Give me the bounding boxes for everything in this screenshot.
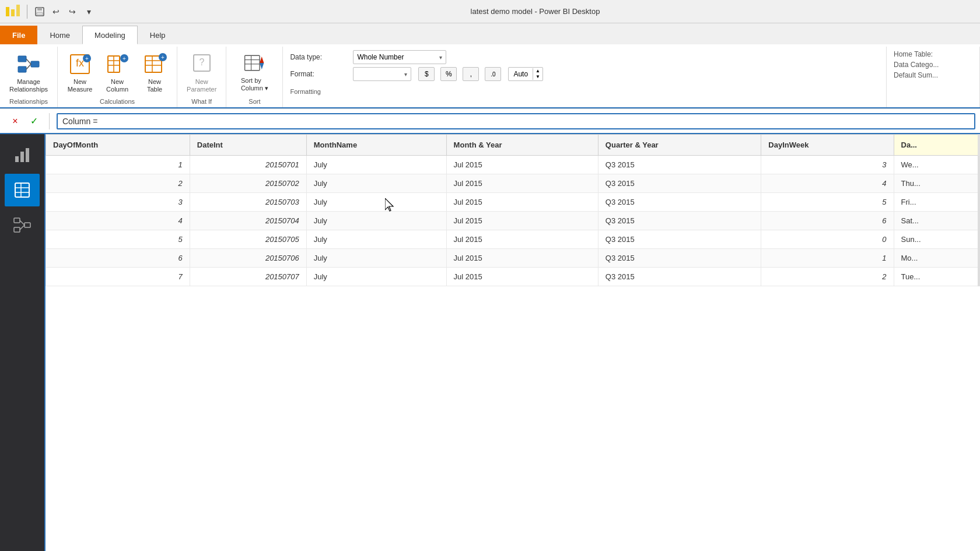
sidebar-item-data[interactable]	[5, 174, 40, 206]
ribbon: ManageRelationships Relationships fx + N…	[0, 44, 980, 108]
auto-decrement-button[interactable]: ▼	[533, 74, 542, 80]
svg-rect-7	[18, 66, 26, 72]
cell-dateint: 20150707	[190, 268, 306, 286]
table-row: 520150705JulyJul 2015Q3 20150Sun...	[46, 230, 979, 249]
cell-dayinweek: 0	[761, 230, 894, 249]
sort-by-column-button[interactable]: Sort byColumn ▾	[231, 49, 278, 94]
format-row: Format: ▾ $ % , .0 Auto ▲ ▼	[290, 67, 879, 81]
app-logo	[5, 3, 21, 20]
svg-rect-4	[37, 8, 42, 10]
svg-line-46	[20, 220, 24, 225]
auto-increment-button[interactable]: ▲	[533, 68, 542, 74]
new-table-button[interactable]: + NewTable	[137, 49, 172, 96]
comma-button[interactable]: ,	[463, 67, 479, 81]
data-type-row: Data type: Whole Number ▾	[290, 50, 879, 64]
sort-group-label: Sort	[231, 98, 278, 107]
formatting-group-label: Formatting	[290, 88, 879, 95]
svg-rect-44	[14, 227, 20, 232]
svg-text:+: +	[123, 55, 126, 62]
ribbon-formatting-section: Data type: Whole Number ▾ Format: ▾ $ % …	[283, 47, 887, 107]
sidebar-item-report[interactable]	[5, 139, 40, 171]
dropdown-icon[interactable]: ▾	[82, 5, 95, 18]
new-parameter-button[interactable]: ? NewParameter	[182, 49, 221, 96]
new-measure-icon: fx +	[67, 51, 93, 77]
cell-da: Sun...	[894, 230, 979, 249]
whatif-group-label: What If	[182, 98, 221, 107]
cell-dayofmonth: 1	[46, 156, 190, 174]
save-icon[interactable]	[33, 5, 46, 18]
formula-buttons: × ✓	[2, 113, 47, 129]
decimal-button[interactable]: .0	[485, 67, 501, 81]
title-separator	[27, 5, 27, 19]
sort-by-column-icon	[243, 51, 266, 75]
manage-relationships-button[interactable]: ManageRelationships	[5, 49, 52, 96]
cell-dateint: 20150701	[190, 156, 306, 174]
svg-marker-35	[260, 63, 264, 69]
cell-da: Thu...	[894, 174, 979, 193]
formula-input[interactable]	[57, 113, 975, 129]
redo-icon[interactable]: ↪	[66, 5, 79, 18]
svg-text:fx: fx	[76, 57, 84, 69]
table-view-icon	[13, 181, 32, 199]
svg-rect-2	[16, 5, 20, 16]
sidebar-item-model[interactable]	[5, 209, 40, 241]
table-row: 320150703JulyJul 2015Q3 20155Fri...	[46, 193, 979, 212]
table-row: 420150704JulyJul 2015Q3 20156Sat...	[46, 212, 979, 230]
table-body: 120150701JulyJul 2015Q3 20153We...220150…	[46, 156, 979, 286]
svg-rect-43	[14, 218, 20, 223]
format-dropdown[interactable]: ▾	[353, 67, 411, 81]
window-title: latest demo model - Power BI Desktop	[95, 7, 975, 16]
svg-line-9	[26, 59, 31, 64]
relationships-icon	[16, 51, 41, 77]
svg-rect-39	[15, 183, 29, 197]
table-row: 720150707JulyJul 2015Q3 20152Tue...	[46, 268, 979, 286]
formula-cancel-button[interactable]: ×	[7, 113, 23, 129]
tab-home[interactable]: Home	[37, 26, 82, 44]
new-column-label: NewColumn	[106, 78, 128, 93]
tab-file[interactable]: File	[0, 26, 37, 44]
new-column-button[interactable]: + NewColumn	[100, 49, 135, 96]
cell-da: We...	[894, 156, 979, 174]
home-table-section: Home Table: Data Catego... Default Sum..…	[887, 47, 980, 107]
title-bar: ↩ ↪ ▾ latest demo model - Power BI Deskt…	[0, 0, 980, 23]
new-measure-label: NewMeasure	[68, 78, 93, 93]
new-parameter-label: NewParameter	[187, 78, 216, 93]
new-measure-button[interactable]: fx + NewMeasure	[62, 49, 97, 96]
model-icon	[13, 216, 32, 234]
col-da: Da...	[894, 135, 979, 156]
cell-dateint: 20150706	[190, 249, 306, 268]
svg-line-10	[26, 64, 31, 69]
cell-monthyear: Jul 2015	[446, 193, 598, 212]
ribbon-group-whatif: ? NewParameter What If	[177, 47, 226, 107]
cell-dayofmonth: 2	[46, 174, 190, 193]
auto-decimal-control[interactable]: Auto ▲ ▼	[508, 67, 543, 81]
formula-confirm-button[interactable]: ✓	[26, 113, 42, 129]
cell-monthname: July	[306, 230, 446, 249]
cell-da: Sat...	[894, 212, 979, 230]
cell-dayinweek: 6	[761, 212, 894, 230]
cell-dayinweek: 5	[761, 193, 894, 212]
cell-quarteryear: Q3 2015	[598, 212, 761, 230]
cell-dayinweek: 4	[761, 174, 894, 193]
table-row: 120150701JulyJul 2015Q3 20153We...	[46, 156, 979, 174]
cell-dayofmonth: 3	[46, 193, 190, 212]
ribbon-tab-bar: File Home Modeling Help	[0, 23, 980, 44]
col-dayinweek: DayInWeek	[761, 135, 894, 156]
formula-separator	[49, 113, 50, 129]
new-column-icon: +	[104, 51, 130, 77]
cell-dateint: 20150705	[190, 230, 306, 249]
tab-modeling[interactable]: Modeling	[82, 26, 138, 44]
ribbon-group-sort: Sort byColumn ▾ Sort	[226, 47, 283, 107]
workspace: DayOfMonth DateInt MonthName Month & Yea…	[0, 134, 980, 551]
data-type-dropdown[interactable]: Whole Number ▾	[353, 50, 446, 64]
percent-button[interactable]: %	[440, 67, 457, 81]
new-parameter-icon: ?	[189, 51, 215, 77]
tab-help[interactable]: Help	[138, 26, 178, 44]
col-dayofmonth: DayOfMonth	[46, 135, 190, 156]
svg-rect-1	[11, 9, 15, 16]
undo-icon[interactable]: ↩	[50, 5, 62, 18]
col-monthname: MonthName	[306, 135, 446, 156]
cell-monthyear: Jul 2015	[446, 212, 598, 230]
cell-da: Mo...	[894, 249, 979, 268]
currency-button[interactable]: $	[418, 67, 435, 81]
